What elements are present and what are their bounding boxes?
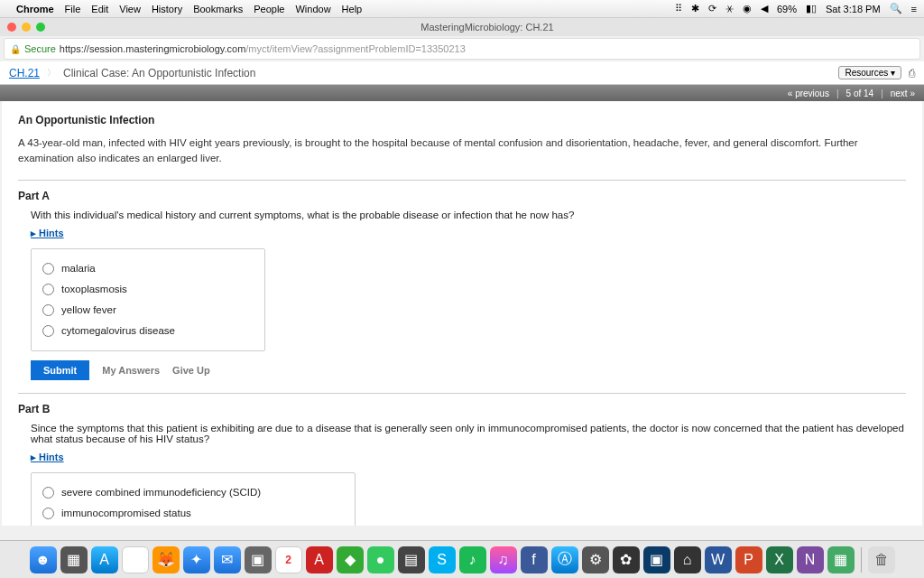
dock-calendar-icon[interactable]: 2 — [275, 546, 302, 573]
option-scid[interactable]: severe combined immunodeficiency (SCID) — [42, 482, 344, 503]
minimize-icon[interactable] — [22, 23, 31, 32]
prev-link[interactable]: « previous — [788, 89, 829, 98]
nav-strip: « previous | 5 of 14 | next » — [0, 85, 924, 101]
spotlight-icon[interactable]: 🔍 — [890, 3, 902, 14]
battery-icon: ▮▯ — [806, 3, 817, 14]
menu-file[interactable]: File — [65, 4, 81, 14]
part-b-options: severe combined immunodeficiency (SCID) … — [31, 472, 356, 527]
dock-preview-icon[interactable]: ▣ — [245, 546, 272, 573]
divider — [18, 393, 906, 394]
dock-app-icon[interactable]: ◆ — [337, 546, 364, 573]
menubar-app[interactable]: Chrome — [16, 4, 54, 14]
wifi-icon[interactable]: ◉ — [743, 3, 752, 14]
dock-facebook-icon[interactable]: f — [521, 546, 548, 573]
url-host: https://session.masteringmicrobiology.co… — [60, 43, 245, 54]
dock-skype-icon[interactable]: S — [429, 546, 456, 573]
dock-launchpad-icon[interactable]: ▦ — [60, 546, 88, 573]
sync-icon[interactable]: ⟳ — [708, 3, 716, 14]
chevron-right-icon: 〉 — [47, 67, 56, 79]
clock[interactable]: Sat 3:18 PM — [826, 4, 881, 14]
menu-view[interactable]: View — [119, 4, 141, 14]
dock-safari-icon[interactable]: ✦ — [183, 546, 210, 573]
part-a-actions: Submit My Answers Give Up — [31, 360, 906, 380]
nav-position: 5 of 14 — [846, 89, 874, 98]
dock-citrix-icon[interactable]: ▣ — [643, 546, 670, 573]
part-b-question: Since the symptoms that this patient is … — [31, 423, 906, 444]
dock-mail-icon[interactable]: ✉ — [214, 546, 241, 573]
menu-edit[interactable]: Edit — [91, 4, 108, 14]
dock-appstore2-icon[interactable]: Ⓐ — [551, 546, 578, 573]
radio-input[interactable] — [42, 263, 54, 275]
part-a-options: malaria toxoplasmosis yellow fever cytom… — [31, 248, 265, 351]
dock-divider — [861, 547, 862, 573]
option-graves[interactable]: Graves' disease — [42, 524, 344, 527]
dock-excel-icon[interactable]: X — [766, 546, 793, 573]
dock-word-icon[interactable]: W — [705, 546, 732, 573]
dock-appstore-icon[interactable]: A — [91, 546, 118, 573]
dock-notes-icon[interactable]: ▤ — [398, 546, 425, 573]
battery-pct: 69% — [777, 4, 797, 14]
print-icon[interactable]: ⎙ — [909, 67, 915, 79]
close-icon[interactable] — [7, 23, 16, 32]
option-toxoplasmosis[interactable]: toxoplasmosis — [42, 279, 254, 300]
bluetooth-icon[interactable]: ⚹ — [725, 3, 734, 14]
dock-photo-icon[interactable]: ▦ — [827, 546, 855, 573]
menu-window[interactable]: Window — [295, 4, 330, 14]
browser-tab-title[interactable]: MasteringMicrobiology: CH.21 — [51, 22, 924, 33]
dock-finder-icon[interactable]: ☻ — [30, 546, 57, 573]
secure-label: Secure — [24, 43, 56, 54]
dock-powerpoint-icon[interactable]: P — [735, 546, 762, 573]
menu-bookmarks[interactable]: Bookmarks — [193, 4, 243, 14]
give-up-link[interactable]: Give Up — [172, 365, 210, 376]
dock-trash-icon[interactable]: 🗑 — [868, 546, 895, 573]
radio-input[interactable] — [42, 487, 54, 499]
option-yellow-fever[interactable]: yellow fever — [42, 300, 254, 321]
case-intro: A 43-year-old man, infected with HIV eig… — [18, 135, 906, 167]
assignment-title: Clinical Case: An Opportunistic Infectio… — [63, 67, 255, 79]
radio-input[interactable] — [42, 508, 54, 519]
part-a-title: Part A — [18, 190, 906, 202]
dock-syspref-icon[interactable]: ⚙ — [582, 546, 609, 573]
zoom-icon[interactable] — [36, 23, 45, 32]
part-b-hints[interactable]: Hints — [31, 452, 906, 463]
evernote-icon[interactable]: ✱ — [691, 3, 699, 14]
dropbox-icon[interactable]: ⠿ — [675, 3, 682, 14]
menu-icon[interactable]: ≡ — [911, 4, 917, 14]
menu-history[interactable]: History — [152, 4, 182, 14]
resources-button[interactable]: Resources ▾ — [838, 66, 901, 79]
dock-home-icon[interactable]: ⌂ — [674, 546, 701, 573]
divider — [18, 180, 906, 181]
radio-input[interactable] — [42, 304, 54, 316]
option-cmv[interactable]: cytomegalovirus disease — [42, 321, 254, 341]
dock-photos-icon[interactable]: ✿ — [613, 546, 640, 573]
option-immunocompromised[interactable]: immunocompromised status — [42, 503, 344, 524]
dock-messages-icon[interactable]: ● — [367, 546, 394, 573]
part-a-hints[interactable]: Hints — [31, 228, 906, 239]
my-answers-link[interactable]: My Answers — [102, 365, 160, 376]
dock-spotify-icon[interactable]: ♪ — [459, 546, 486, 573]
radio-input[interactable] — [42, 284, 54, 295]
option-malaria[interactable]: malaria — [42, 258, 254, 279]
dock-onenote-icon[interactable]: N — [797, 546, 824, 573]
chapter-link[interactable]: CH.21 — [9, 67, 40, 79]
menu-help[interactable]: Help — [342, 4, 363, 14]
dock-firefox-icon[interactable]: 🦊 — [152, 546, 180, 573]
part-a-question: With this individual's medical history a… — [31, 210, 906, 220]
part-b-title: Part B — [18, 403, 906, 415]
content-area: An Opportunistic Infection A 43-year-old… — [2, 101, 922, 526]
dock-chrome-icon[interactable]: ◉ — [122, 546, 149, 573]
dock-adobe-icon[interactable]: A — [306, 546, 333, 573]
lock-icon: 🔒 — [10, 44, 21, 54]
course-header: CH.21 〉 Clinical Case: An Opportunistic … — [0, 61, 924, 85]
address-bar[interactable]: 🔒 Secure https://session.masteringmicrob… — [4, 38, 920, 60]
mac-dock: ☻ ▦ A ◉ 🦊 ✦ ✉ ▣ 2 A ◆ ● ▤ S ♪ ♫ f Ⓐ ⚙ ✿ … — [0, 540, 924, 578]
submit-button[interactable]: Submit — [31, 360, 89, 380]
volume-icon[interactable]: ◀ — [761, 3, 768, 14]
mac-menubar: Chrome File Edit View History Bookmarks … — [0, 0, 924, 18]
radio-input[interactable] — [42, 325, 54, 337]
next-link[interactable]: next » — [891, 89, 915, 98]
dock-itunes-icon[interactable]: ♫ — [490, 546, 517, 573]
menu-people[interactable]: People — [254, 4, 284, 14]
page-heading: An Opportunistic Infection — [18, 114, 906, 126]
url-path: /myct/itemView?assignmentProblemID=13350… — [245, 43, 465, 54]
